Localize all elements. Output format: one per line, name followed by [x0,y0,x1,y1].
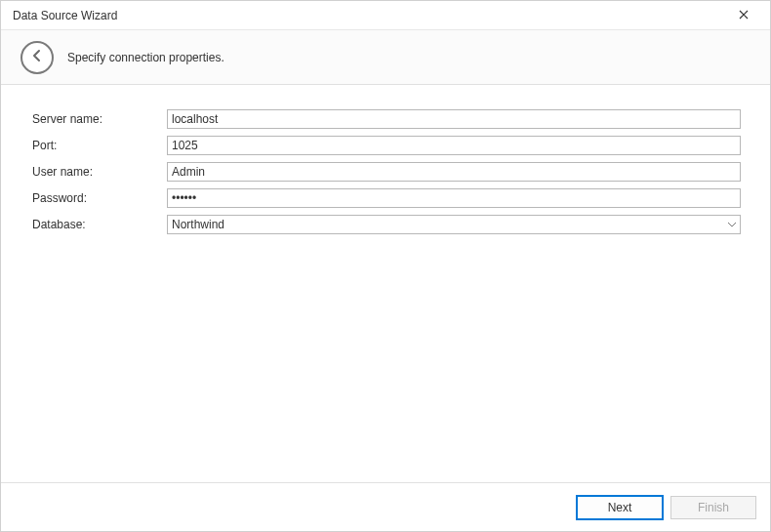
arrow-left-icon [29,48,45,66]
database-input[interactable] [167,215,741,234]
wizard-subtitle: Specify connection properties. [67,51,224,64]
finish-button: Finish [670,496,756,519]
titlebar: Data Source Wizard [1,1,770,30]
row-database: Database: [30,214,741,235]
window-title: Data Source Wizard [13,9,727,22]
password-label: Password: [30,191,167,205]
password-input[interactable] [167,188,741,208]
next-button[interactable]: Next [577,496,663,519]
row-server-name: Server name: [30,108,741,130]
close-icon [739,9,749,22]
wizard-header: Specify connection properties. [1,30,770,85]
footer: Next Finish [1,482,770,531]
user-name-label: User name: [30,165,167,179]
row-password: Password: [30,187,741,209]
row-user-name: User name: [30,161,741,183]
close-button[interactable] [727,2,760,29]
database-label: Database: [30,218,167,231]
form-body: Server name: Port: User name: Password: … [1,85,770,235]
port-input[interactable] [167,136,741,155]
back-button[interactable] [20,41,54,74]
row-port: Port: [30,135,741,156]
user-name-input[interactable] [167,162,741,182]
server-name-input[interactable] [167,109,741,129]
server-name-label: Server name: [30,112,167,126]
database-combo[interactable] [167,215,741,234]
port-label: Port: [30,139,167,152]
